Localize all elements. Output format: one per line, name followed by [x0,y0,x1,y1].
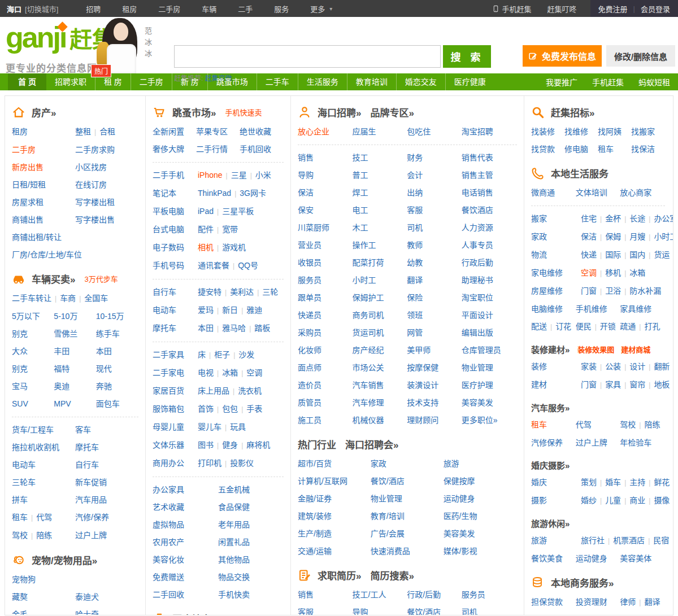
category-link[interactable]: 服饰箱包 [153,404,184,413]
category-link[interactable]: 汽车销售 [353,381,384,390]
category-link[interactable]: 过户上牌 [75,531,107,540]
category-link[interactable]: 旅行社 [581,536,605,545]
category-link[interactable]: 理财顾问 [407,416,438,425]
category-link[interactable]: 公装 [605,362,621,371]
category-link[interactable]: 技工 [353,153,368,162]
category-link[interactable]: 防水补漏 [629,286,661,295]
category-link[interactable]: 翻译 [407,276,423,285]
category-link[interactable]: 交通/运输 [298,547,332,556]
category-link[interactable]: 放心商家 [620,188,651,197]
category-link[interactable]: 二手手机 [153,171,184,180]
category-link[interactable]: 主持 [629,478,645,487]
category-link[interactable]: 手机快速卖 [225,107,262,117]
category-link[interactable]: 福特 [54,364,69,373]
section-title[interactable]: 车辆买卖» [32,272,75,286]
nav-item[interactable]: 生活服务 [298,73,347,90]
category-link[interactable]: 二手车转让 [12,294,51,303]
category-link[interactable]: 自行车 [75,460,99,469]
category-link[interactable]: 本田 [198,324,214,333]
category-link[interactable]: 配菜打荷 [353,258,384,267]
category-link[interactable]: 出纳 [407,188,423,197]
nav-item[interactable]: 婚恋交友 [396,73,445,90]
category-link[interactable]: 床 [198,350,206,359]
category-link[interactable]: 导购 [298,171,314,180]
category-link[interactable]: 汽修保养 [531,438,563,447]
category-link[interactable]: 游戏机 [222,243,246,252]
category-link[interactable]: 采购员 [298,328,321,337]
category-link[interactable]: 空调 [246,368,262,377]
category-link[interactable]: 现代 [96,364,112,373]
nav-item[interactable]: 跳蚤市场 [207,73,257,90]
category-link[interactable]: 儿童 [605,496,621,505]
category-link[interactable]: 物业管理 [371,494,402,503]
nav-right-item[interactable]: 我要推广 [546,76,577,88]
category-link[interactable]: 门窗 [581,380,597,389]
category-link[interactable]: 建材 [531,380,547,389]
category-link[interactable]: 汽车用品 [75,495,107,504]
category-link[interactable]: 柜子 [214,350,230,359]
category-link[interactable]: 翻译 [644,597,660,606]
category-link[interactable]: 化妆师 [298,346,321,355]
topbar-link[interactable]: 二手房 [158,3,180,14]
section-title[interactable]: 跳蚤市场» [172,105,216,119]
topbar-link[interactable]: 招聘 [86,3,101,14]
category-link[interactable]: 哈士奇 [75,610,99,615]
category-link[interactable]: 租车 [598,145,614,154]
nav-item[interactable]: 教育培训 [347,73,396,90]
category-link[interactable]: 医疗护理 [462,381,493,390]
category-link[interactable]: 服务员 [462,590,485,599]
category-link[interactable]: 客服 [407,206,423,215]
category-link[interactable]: 租房 [12,127,28,136]
category-link[interactable]: 手机维修 [576,304,607,313]
category-link[interactable]: 网管 [407,328,423,337]
category-link[interactable]: 装修 [531,362,547,371]
category-link[interactable]: 货车/工程车 [12,425,54,434]
category-link[interactable]: 编辑出版 [462,328,493,337]
category-link[interactable]: 手机快卖 [218,590,250,599]
category-link[interactable]: 美甲师 [407,346,431,355]
nav-right-item[interactable]: 蚂蚁短租 [638,76,670,88]
category-link[interactable]: 施工员 [298,416,321,425]
category-link[interactable]: 服务员 [298,276,321,285]
section-title[interactable]: 宠物/宠物用品» [32,553,97,567]
category-link[interactable]: 二手房求购 [75,145,115,154]
category-link[interactable]: 面点师 [298,363,321,372]
login-link[interactable]: 会员登录 [641,3,670,14]
category-link[interactable]: 宽带 [222,225,238,234]
section-subtitle-link[interactable]: 简历搜索» [370,568,414,582]
category-link[interactable]: 在线订房 [75,180,107,189]
category-link[interactable]: 冰箱 [222,368,238,377]
category-link[interactable]: 机械仪器 [353,416,384,425]
category-link[interactable]: 教师 [407,241,423,250]
category-link[interactable]: 货运司机 [353,328,384,337]
category-link[interactable]: 摩托车 [153,324,176,333]
category-link[interactable]: 合租 [99,127,115,136]
category-link[interactable]: 收银员 [298,258,321,267]
category-link[interactable]: 领班 [407,311,423,320]
category-link[interactable]: 应届生 [353,127,376,136]
category-link[interactable]: 木工 [353,223,368,232]
category-link[interactable]: 快速消费品 [371,547,410,556]
category-link[interactable]: 人力资源 [462,223,493,232]
category-link[interactable]: 租车 [531,420,547,429]
post-ad-button[interactable]: 免费发布信息 [523,45,602,67]
category-link[interactable]: 驾校 [12,531,28,540]
category-link[interactable]: 家装 [581,362,597,371]
category-link[interactable]: 陪练 [36,531,52,540]
nav-item[interactable]: 二手车 [257,73,298,90]
category-link[interactable]: 货运 [654,250,670,259]
category-link[interactable]: 旅游 [444,459,459,468]
category-link[interactable]: 手表 [246,404,262,413]
section-title[interactable]: 本地商务服务» [551,575,614,589]
category-link[interactable]: 面包车 [96,399,120,408]
section-title[interactable]: 房产» [32,105,56,119]
category-link[interactable]: 房屋维修 [531,286,563,295]
mobile-ganji-link[interactable]: 手机赶集 [492,3,532,14]
category-link[interactable]: 三星 [231,171,247,180]
category-link[interactable]: 美利达 [230,287,254,296]
category-link[interactable]: 床上用品 [198,386,229,395]
category-link[interactable]: 二手行情 [196,145,228,154]
category-link[interactable]: 搬家 [531,214,547,223]
category-link[interactable]: 新车促销 [75,478,107,487]
category-link[interactable]: 奔驰 [96,382,112,391]
